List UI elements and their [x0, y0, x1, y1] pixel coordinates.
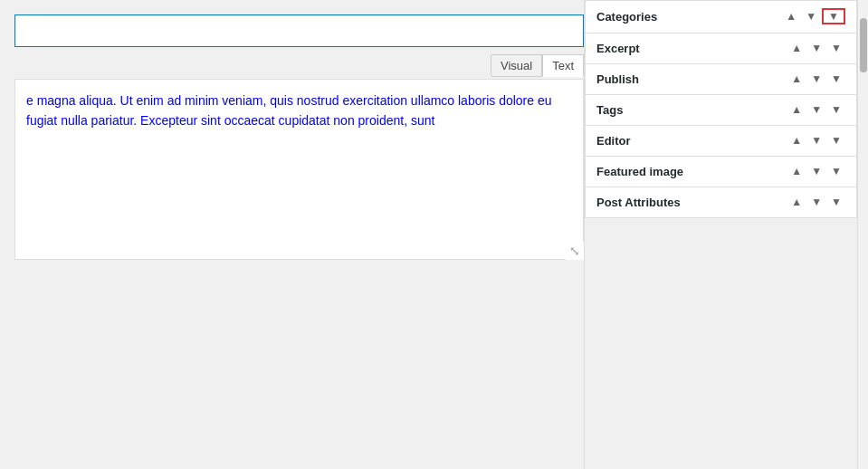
panel-controls-excerpt: ▲ ▼ ▼ — [787, 41, 845, 55]
scrollbar-track[interactable] — [857, 0, 868, 469]
sidebar-panel-tags: Tags ▲ ▼ ▼ — [585, 95, 857, 126]
panel-controls-post-attributes: ▲ ▼ ▼ — [787, 195, 845, 209]
panel-up-tags[interactable]: ▲ — [787, 102, 806, 117]
panel-up-featured-image[interactable]: ▲ — [787, 164, 806, 178]
sidebar-panel-post-attributes: Post Attributes ▲ ▼ ▼ — [585, 187, 857, 218]
editor-body-text: e magna aliqua. Ut enim ad minim veniam,… — [26, 91, 572, 131]
panel-label-categories: Categories — [596, 10, 657, 24]
panel-header-categories: Categories ▲ ▼ ▼ — [586, 1, 856, 33]
main-content: Visual Text e magna aliqua. Ut enim ad m… — [0, 0, 584, 469]
panel-down-publish[interactable]: ▼ — [807, 72, 825, 86]
panel-header-featured-image: Featured image ▲ ▼ ▼ — [586, 157, 856, 187]
panel-header-publish: Publish ▲ ▼ ▼ — [586, 64, 856, 94]
editor-content-area[interactable]: e magna aliqua. Ut enim ad minim veniam,… — [14, 79, 584, 260]
panel-header-excerpt: Excerpt ▲ ▼ ▼ — [586, 34, 856, 63]
editor-area: Visual Text e magna aliqua. Ut enim ad m… — [14, 54, 584, 455]
panel-down-excerpt[interactable]: ▼ — [807, 41, 825, 55]
panel-header-editor: Editor ▲ ▼ ▼ — [586, 126, 856, 156]
panel-menu-post-attributes[interactable]: ▼ — [827, 195, 845, 209]
sidebar: Categories ▲ ▼ ▼ Excerpt ▲ ▼ ▼ Publish ▲… — [584, 0, 857, 469]
panel-menu-tags[interactable]: ▼ — [827, 102, 845, 117]
panel-down-categories[interactable]: ▼ — [802, 9, 820, 24]
panel-label-tags: Tags — [596, 103, 623, 117]
resize-handle-icon[interactable]: ⤡ — [566, 242, 584, 260]
panel-label-post-attributes: Post Attributes — [596, 196, 681, 209]
sidebar-panel-excerpt: Excerpt ▲ ▼ ▼ — [585, 34, 857, 64]
panel-menu-excerpt[interactable]: ▼ — [827, 41, 845, 55]
sidebar-panel-editor: Editor ▲ ▼ ▼ — [585, 126, 857, 157]
panel-down-editor[interactable]: ▼ — [807, 133, 825, 148]
panel-down-featured-image[interactable]: ▼ — [807, 164, 825, 178]
tab-visual[interactable]: Visual — [491, 54, 542, 77]
panel-controls-featured-image: ▲ ▼ ▼ — [787, 164, 845, 178]
panel-controls-categories: ▲ ▼ ▼ — [782, 8, 845, 24]
tab-text[interactable]: Text — [542, 54, 584, 77]
post-title-input[interactable] — [14, 14, 584, 47]
panel-menu-editor[interactable]: ▼ — [827, 133, 845, 148]
panel-controls-tags: ▲ ▼ ▼ — [787, 102, 845, 117]
panel-label-excerpt: Excerpt — [596, 42, 640, 55]
panel-up-editor[interactable]: ▲ — [787, 133, 806, 148]
panel-menu-featured-image[interactable]: ▼ — [827, 164, 845, 178]
panel-label-publish: Publish — [596, 72, 639, 86]
scrollbar-thumb[interactable] — [860, 18, 867, 72]
panel-down-tags[interactable]: ▼ — [807, 102, 825, 117]
panel-up-publish[interactable]: ▲ — [787, 72, 806, 86]
panel-up-excerpt[interactable]: ▲ — [787, 41, 806, 55]
sidebar-panel-featured-image: Featured image ▲ ▼ ▼ — [585, 157, 857, 187]
panel-up-post-attributes[interactable]: ▲ — [787, 195, 806, 209]
panel-menu-categories[interactable]: ▼ — [822, 8, 845, 24]
editor-toolbar: Visual Text — [14, 54, 584, 77]
sidebar-panel-categories: Categories ▲ ▼ ▼ — [585, 0, 857, 34]
panel-menu-publish[interactable]: ▼ — [827, 72, 845, 86]
panel-controls-editor: ▲ ▼ ▼ — [787, 133, 845, 148]
sidebar-panel-publish: Publish ▲ ▼ ▼ — [585, 64, 857, 95]
panel-label-featured-image: Featured image — [596, 165, 683, 178]
panel-controls-publish: ▲ ▼ ▼ — [787, 72, 845, 86]
panel-down-post-attributes[interactable]: ▼ — [807, 195, 825, 209]
panel-header-tags: Tags ▲ ▼ ▼ — [586, 95, 856, 125]
panel-up-categories[interactable]: ▲ — [782, 9, 800, 24]
panel-label-editor: Editor — [596, 134, 631, 148]
panel-header-post-attributes: Post Attributes ▲ ▼ ▼ — [586, 187, 856, 217]
